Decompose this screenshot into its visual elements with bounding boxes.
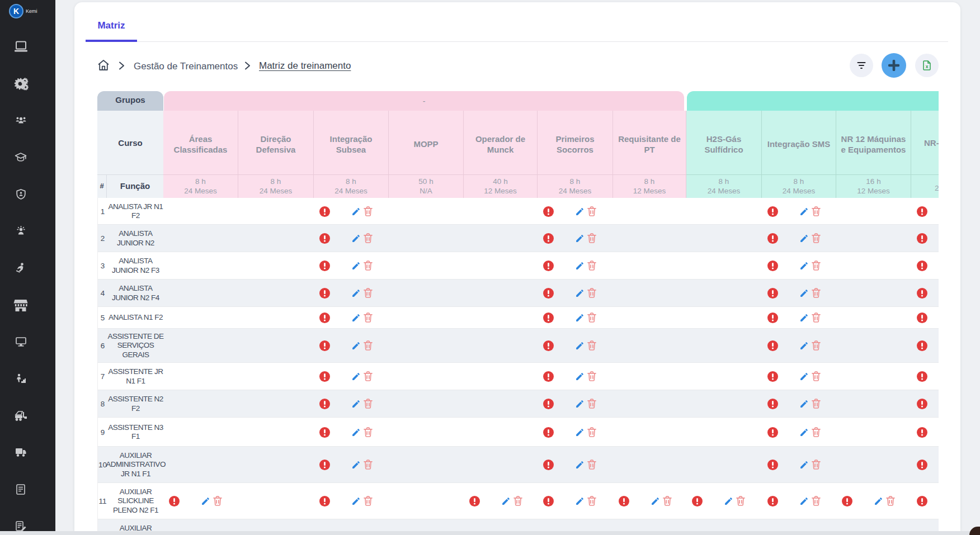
- svg-text:x: x: [926, 64, 929, 69]
